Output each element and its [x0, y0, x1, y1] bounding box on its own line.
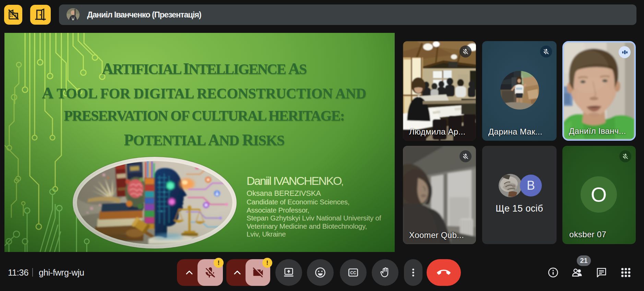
svg-text:CC: CC [350, 270, 356, 275]
